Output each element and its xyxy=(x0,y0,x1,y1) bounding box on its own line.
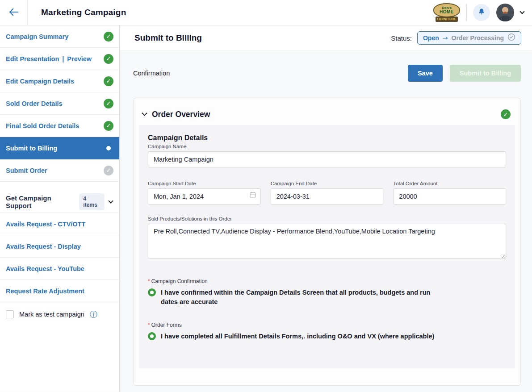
header-divider xyxy=(466,4,467,21)
dates-row: Campaign Start Date Campaign End Date To… xyxy=(148,179,506,204)
order-forms-label: Order Forms xyxy=(151,322,182,328)
circled-check-icon xyxy=(507,33,515,43)
status-badge[interactable]: Open → Order Processing xyxy=(417,31,521,45)
link-separator: | xyxy=(62,55,64,63)
edit-presentation-link[interactable]: Edit Presentation xyxy=(6,55,59,63)
order-forms-group: *Order Forms I have completed all Fulfil… xyxy=(148,322,506,341)
arrow-right-icon: → xyxy=(443,34,448,42)
logo-banner: FURNITURE xyxy=(436,17,458,22)
end-date-label: Campaign End Date xyxy=(271,181,384,186)
test-campaign-row: Mark as test campaign ⓘ xyxy=(0,310,119,318)
sidebar-section-get-campaign-support[interactable]: Get Campaign Support 4 items xyxy=(0,191,119,213)
check-circle-icon: ✓ xyxy=(104,54,113,64)
sidebar-item-avails-display[interactable]: Avails Request - Display xyxy=(0,235,119,258)
action-buttons: Save Submit to Billing xyxy=(408,65,521,82)
notifications-button[interactable] xyxy=(473,4,490,21)
required-asterisk: * xyxy=(148,322,150,328)
sidebar-item-campaign-summary[interactable]: Campaign Summary ✓ xyxy=(0,25,119,48)
sidebar: Campaign Summary ✓ Edit Presentation | P… xyxy=(0,25,120,392)
page-content: Confirmation Save Submit to Billing Orde… xyxy=(120,51,532,392)
back-button[interactable] xyxy=(0,0,28,25)
check-circle-icon: ✓ xyxy=(104,99,113,108)
sidebar-item-avails-ctv-ott[interactable]: Avails Request - CTV/OTT xyxy=(0,213,119,235)
campaign-confirmation-radio[interactable] xyxy=(148,288,156,296)
sidebar-item-submit-order[interactable]: Submit Order ✓ xyxy=(0,159,119,182)
app-header: Marketing Campaign Don's HOME FURNITURE xyxy=(0,0,532,25)
status-next: Order Processing xyxy=(452,34,504,42)
header-right: Don's HOME FURNITURE xyxy=(433,0,532,25)
check-circle-icon: ✓ xyxy=(104,121,113,131)
calendar-icon[interactable] xyxy=(249,191,256,200)
sidebar-item-edit-presentation[interactable]: Edit Presentation | Preview ✓ xyxy=(0,48,119,70)
page-title: Submit to Billing xyxy=(134,33,202,43)
order-overview-card: Order Overview ✓ Campaign Details Campai… xyxy=(133,98,521,386)
campaign-confirmation-label: Campaign Confirmation xyxy=(151,278,208,284)
order-forms-radio[interactable] xyxy=(148,332,156,340)
test-campaign-checkbox[interactable] xyxy=(6,310,14,318)
check-circle-pending-icon: ✓ xyxy=(104,166,113,175)
sold-products-textarea[interactable]: Pre Roll,Connected TV,Audience Display -… xyxy=(148,224,506,259)
info-icon[interactable]: ⓘ xyxy=(90,311,97,318)
end-date-input[interactable] xyxy=(271,188,384,204)
chevron-down-icon xyxy=(109,198,113,203)
campaign-confirmation-group: *Campaign Confirmation I have confirmed … xyxy=(148,278,506,307)
test-campaign-label: Mark as test campaign xyxy=(19,311,84,318)
page-header: Submit to Billing Status: Open → Order P… xyxy=(120,25,532,51)
status-group: Status: Open → Order Processing xyxy=(391,31,521,45)
sidebar-item-submit-to-billing[interactable]: Submit to Billing xyxy=(0,137,119,159)
campaign-confirmation-text: I have confirmed within the Campaign Det… xyxy=(161,288,447,307)
order-overview-header[interactable]: Order Overview ✓ xyxy=(139,104,515,125)
campaign-details-panel: Campaign Details Campaign Name Campaign … xyxy=(139,125,515,368)
confirmation-section-label: Confirmation xyxy=(133,70,170,77)
items-count-badge: 4 items xyxy=(79,193,105,210)
sold-products-label: Sold Products/Solutions in this Order xyxy=(148,216,506,221)
submit-to-billing-button[interactable]: Submit to Billing xyxy=(450,65,521,82)
brand-logo: Don's HOME FURNITURE xyxy=(433,3,460,22)
order-overview-title: Order Overview xyxy=(152,110,210,119)
status-label: Status: xyxy=(391,34,412,42)
check-circle-icon: ✓ xyxy=(501,109,511,119)
status-current: Open xyxy=(423,34,439,42)
save-button[interactable]: Save xyxy=(408,65,443,82)
check-circle-icon: ✓ xyxy=(104,32,113,42)
required-asterisk: * xyxy=(148,278,150,284)
sidebar-item-edit-campaign-details[interactable]: Edit Campaign Details ✓ xyxy=(0,70,119,92)
back-arrow-icon xyxy=(9,8,19,18)
sidebar-item-final-sold-order-details[interactable]: Final Sold Order Details ✓ xyxy=(0,115,119,137)
campaign-details-heading: Campaign Details xyxy=(148,134,506,142)
sidebar-item-avails-youtube[interactable]: Avails Request - YouTube xyxy=(0,258,119,280)
toolbar: Confirmation Save Submit to Billing xyxy=(133,65,521,82)
sidebar-item-request-rate-adjustment[interactable]: Request Rate Adjustment xyxy=(0,280,119,302)
main-area: Submit to Billing Status: Open → Order P… xyxy=(120,25,532,392)
campaign-name-input[interactable] xyxy=(148,151,506,167)
user-menu-chevron-icon[interactable] xyxy=(519,9,524,14)
app-title: Marketing Campaign xyxy=(41,0,126,25)
start-date-label: Campaign Start Date xyxy=(148,181,261,186)
start-date-input[interactable] xyxy=(148,188,261,204)
check-circle-icon: ✓ xyxy=(104,76,113,86)
total-order-amount-input[interactable] xyxy=(393,188,506,204)
logo-line2: HOME xyxy=(440,10,454,14)
chevron-down-icon xyxy=(142,110,147,116)
bell-icon xyxy=(477,8,486,18)
order-forms-text: I have completed all Fulfillment Details… xyxy=(161,332,434,341)
active-dot-icon xyxy=(106,146,111,150)
campaign-name-label: Campaign Name xyxy=(148,144,506,149)
sidebar-item-sold-order-details[interactable]: Sold Order Details ✓ xyxy=(0,92,119,115)
user-avatar[interactable] xyxy=(496,4,514,21)
layout: Campaign Summary ✓ Edit Presentation | P… xyxy=(0,25,532,392)
preview-link[interactable]: Preview xyxy=(67,55,92,63)
total-order-amount-label: Total Order Amount xyxy=(393,181,506,186)
